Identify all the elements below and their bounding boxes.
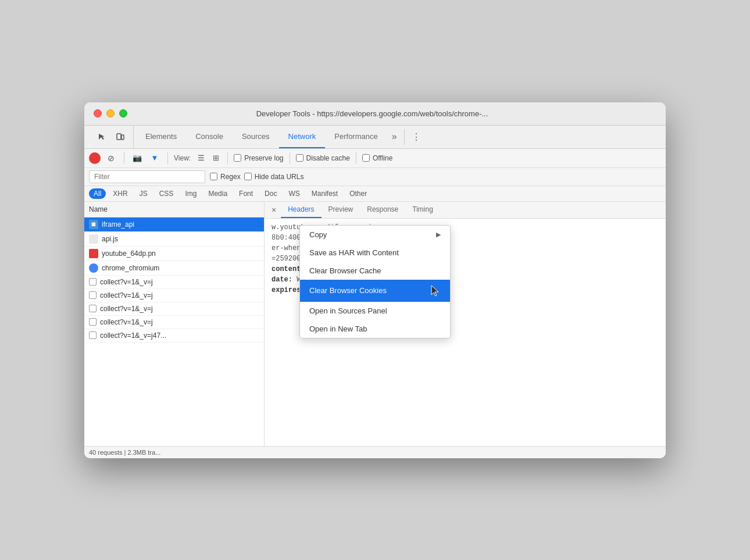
panel-close-button[interactable]: × xyxy=(267,202,281,218)
list-item[interactable]: api.js xyxy=(84,232,264,247)
list-item[interactable]: chrome_chromium xyxy=(84,261,264,276)
type-filter-js[interactable]: JS xyxy=(135,188,152,199)
type-filter-doc[interactable]: Doc xyxy=(260,188,281,199)
tab-divider xyxy=(404,129,405,145)
chrome-icon xyxy=(89,263,98,273)
tab-network[interactable]: Network xyxy=(279,126,326,148)
name-column-header: Name xyxy=(89,205,108,213)
preserve-log-label[interactable]: Preserve log xyxy=(234,154,283,162)
offline-label[interactable]: Offline xyxy=(362,154,392,162)
context-menu-save-har[interactable]: Save as HAR with Content xyxy=(300,244,450,262)
right-panel: × Headers Preview Response Timing w.yout… xyxy=(265,202,666,446)
row-checkbox[interactable] xyxy=(89,318,97,326)
context-menu-clear-cache[interactable]: Clear Browser Cache xyxy=(300,262,450,280)
list-item[interactable]: collect?v=1&_v=j xyxy=(84,289,264,302)
filter-input[interactable] xyxy=(89,170,205,183)
status-text: 40 requests | 2.3MB tra... xyxy=(89,449,160,456)
toolbar-separator-1 xyxy=(124,152,124,164)
status-bar: 40 requests | 2.3MB tra... xyxy=(84,446,666,458)
context-menu-clear-cookies[interactable]: Clear Browser Cookies xyxy=(300,280,450,302)
file-name: collect?v=1&_v=j xyxy=(100,318,259,326)
type-filter-media[interactable]: Media xyxy=(203,188,232,199)
camera-button[interactable]: 📷 xyxy=(130,151,144,165)
type-filter-xhr[interactable]: XHR xyxy=(108,188,132,199)
doc-icon: ▦ xyxy=(89,220,98,229)
device-toggle-icon[interactable] xyxy=(112,129,128,145)
toolbar-separator-4 xyxy=(290,152,290,164)
file-name: collect?v=1&_v=j xyxy=(100,305,259,313)
list-item[interactable]: collect?v=1&_v=j xyxy=(84,316,264,329)
list-header: Name xyxy=(84,202,264,217)
view-detail-button[interactable]: ⊞ xyxy=(210,152,222,163)
list-item[interactable]: ▦ iframe_api xyxy=(84,217,264,232)
svg-rect-1 xyxy=(122,135,124,140)
title-bar: Developer Tools - https://developers.goo… xyxy=(84,102,666,126)
hide-data-urls-checkbox[interactable] xyxy=(244,173,252,180)
img-icon xyxy=(89,249,98,258)
list-item[interactable]: collect?v=1&_v=j xyxy=(84,276,264,289)
context-menu-copy[interactable]: Copy ▶ xyxy=(300,226,450,244)
row-checkbox[interactable] xyxy=(89,305,97,312)
tab-console[interactable]: Console xyxy=(186,126,233,148)
list-item[interactable]: youtube_64dp.pn xyxy=(84,247,264,261)
type-filter-font[interactable]: Font xyxy=(234,188,258,199)
svg-rect-0 xyxy=(117,134,121,140)
type-filter-ws[interactable]: WS xyxy=(284,188,304,199)
list-item[interactable]: collect?v=1&_v=j47... xyxy=(84,329,264,343)
tab-performance[interactable]: Performance xyxy=(325,126,387,148)
file-name: api.js xyxy=(102,235,259,243)
hide-data-urls-label[interactable]: Hide data URLs xyxy=(244,173,304,181)
regex-label[interactable]: Regex xyxy=(210,173,241,181)
tab-headers[interactable]: Headers xyxy=(281,202,321,218)
type-filter-manifest[interactable]: Manifest xyxy=(307,188,342,199)
tabs-bar: Elements Console Sources Network Perform… xyxy=(84,126,666,149)
more-tabs-button[interactable]: » xyxy=(387,126,402,148)
inspect-icon[interactable] xyxy=(94,129,110,145)
list-item[interactable]: collect?v=1&_v=j xyxy=(84,302,264,316)
panel-tabs: × Headers Preview Response Timing xyxy=(265,202,666,219)
view-label: View: xyxy=(174,154,191,162)
context-menu-open-tab[interactable]: Open in New Tab xyxy=(300,320,450,338)
devtools-window: Developer Tools - https://developers.goo… xyxy=(84,102,666,458)
regex-checkbox[interactable] xyxy=(210,173,217,180)
view-list-button[interactable]: ☰ xyxy=(195,152,207,163)
devtools-toolbar-icons xyxy=(89,126,134,148)
file-name: iframe_api xyxy=(102,220,259,229)
js-icon xyxy=(89,234,98,244)
filter-options: Regex Hide data URLs xyxy=(210,173,303,181)
row-checkbox[interactable] xyxy=(89,291,97,299)
tab-preview[interactable]: Preview xyxy=(322,202,360,218)
network-list-body: ▦ iframe_api api.js youtube_64dp.pn chro… xyxy=(84,217,264,446)
row-checkbox[interactable] xyxy=(89,278,97,286)
tab-response[interactable]: Response xyxy=(360,202,405,218)
disable-cache-label[interactable]: Disable cache xyxy=(296,154,350,162)
type-filter-other[interactable]: Other xyxy=(345,188,372,199)
context-menu: Copy ▶ Save as HAR with Content Clear Br… xyxy=(299,225,451,338)
tab-timing[interactable]: Timing xyxy=(405,202,440,218)
record-button[interactable] xyxy=(89,152,101,164)
context-menu-open-sources[interactable]: Open in Sources Panel xyxy=(300,302,450,320)
file-name: collect?v=1&_v=j xyxy=(100,291,259,299)
file-name: youtube_64dp.pn xyxy=(102,249,259,258)
offline-checkbox[interactable] xyxy=(362,154,370,162)
toolbar-separator-2 xyxy=(167,152,168,164)
settings-button[interactable]: ⋮ xyxy=(407,126,426,148)
clear-button[interactable]: ⊘ xyxy=(104,151,118,165)
type-filter-img[interactable]: Img xyxy=(180,188,201,199)
network-toolbar: ⊘ 📷 ▼ View: ☰ ⊞ Preserve log Disable cac… xyxy=(84,149,666,168)
network-list: Name ▦ iframe_api api.js youtube_64dp.pn xyxy=(84,202,265,446)
disable-cache-checkbox[interactable] xyxy=(296,154,303,162)
row-checkbox[interactable] xyxy=(89,331,97,339)
submenu-arrow-icon: ▶ xyxy=(436,231,441,238)
filter-icon[interactable]: ▼ xyxy=(148,151,162,165)
file-name: collect?v=1&_v=j47... xyxy=(100,331,259,340)
tab-sources[interactable]: Sources xyxy=(233,126,279,148)
type-filter-row: All XHR JS CSS Img Media Font Doc WS Man… xyxy=(84,186,666,202)
window-title: Developer Tools - https://developers.goo… xyxy=(88,109,656,118)
tab-elements[interactable]: Elements xyxy=(136,126,186,148)
preserve-log-checkbox[interactable] xyxy=(234,154,241,162)
type-filter-css[interactable]: CSS xyxy=(155,188,178,199)
filter-row: Regex Hide data URLs xyxy=(84,168,666,186)
main-content: Name ▦ iframe_api api.js youtube_64dp.pn xyxy=(84,202,666,446)
type-filter-all[interactable]: All xyxy=(89,188,106,199)
